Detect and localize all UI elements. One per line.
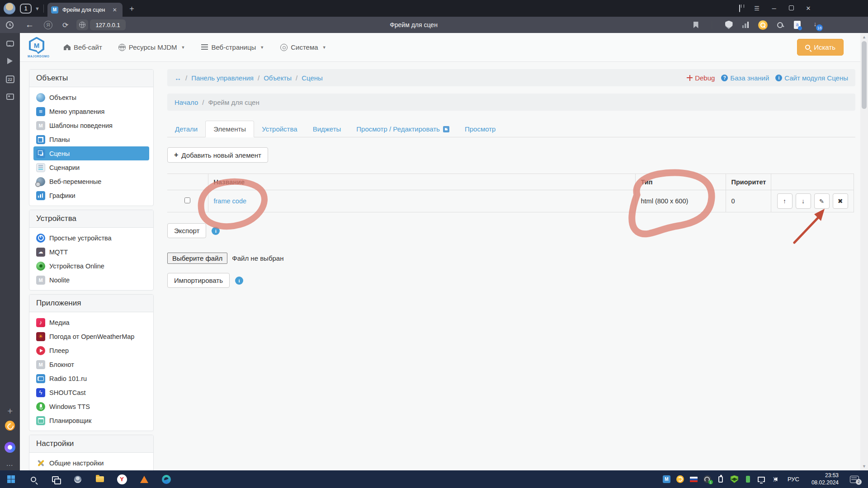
sidebar-item-simple-devices[interactable]: Простые устройства: [33, 231, 149, 245]
protect-shield-icon[interactable]: [725, 21, 733, 29]
sidebar-item-player[interactable]: Плеер: [33, 343, 149, 357]
sidebar-item-shoutcast[interactable]: ϟ SHOUTCast: [33, 385, 149, 399]
majordomo-tray-icon[interactable]: M: [663, 475, 670, 483]
language-indicator[interactable]: РУС: [785, 476, 802, 483]
network-icon[interactable]: [758, 477, 765, 482]
info-icon[interactable]: i: [235, 277, 243, 285]
yandex-music-icon[interactable]: [0, 421, 20, 431]
start-button[interactable]: [0, 470, 22, 488]
site-info-badge[interactable]: [76, 19, 88, 30]
ru-flag-icon[interactable]: [690, 477, 698, 482]
move-up-button[interactable]: ↑: [777, 193, 793, 209]
calendar-badge-icon[interactable]: 22: [0, 75, 20, 83]
sidebar-item-general-settings[interactable]: Общие настройки: [33, 456, 149, 470]
scrollbar-thumb[interactable]: [862, 41, 867, 109]
info-icon[interactable]: i: [212, 227, 220, 235]
reload-icon[interactable]: ⟳: [62, 21, 68, 29]
history-icon[interactable]: [6, 21, 14, 29]
translate-doc-icon[interactable]: a: [794, 21, 801, 29]
import-button[interactable]: Импортировать: [167, 273, 230, 288]
tab-close-icon[interactable]: ✕: [111, 6, 119, 14]
profile-avatar[interactable]: [4, 3, 15, 14]
browser-menu-icon[interactable]: ☰: [753, 5, 760, 12]
downloads-icon[interactable]: ↓18: [810, 20, 820, 29]
drweb-shield-icon[interactable]: [731, 475, 738, 483]
phone-tray-icon[interactable]: 1: [703, 475, 711, 483]
add-panel-icon[interactable]: ＋: [0, 405, 20, 417]
photos-icon[interactable]: [0, 94, 20, 100]
tab-widgets[interactable]: Виджеты: [305, 121, 349, 137]
address-bar[interactable]: 127.0.0.1: [90, 19, 125, 30]
minimize-button[interactable]: ─: [770, 5, 778, 12]
nav-system[interactable]: Система ▼: [280, 43, 326, 51]
edit-pencil-button[interactable]: ✎: [814, 193, 830, 209]
maximize-button[interactable]: [788, 5, 795, 12]
more-options-icon[interactable]: ⋯: [0, 461, 20, 469]
breadcrumb-control-panel[interactable]: Панель управления: [191, 74, 254, 82]
export-button[interactable]: Экспорт: [167, 223, 206, 238]
sidebar-item-openweathermap[interactable]: ☀ Погода от OpenWeatherMap: [33, 329, 149, 343]
nav-web-pages[interactable]: Веб-страницы ▼: [201, 43, 264, 51]
move-down-button[interactable]: ↓: [796, 193, 811, 209]
taskbar-clock[interactable]: 23:53 08.02.2024: [808, 472, 842, 486]
debug-link[interactable]: Debug: [687, 74, 715, 82]
breadcrumb-objects[interactable]: Объекты: [264, 74, 292, 82]
sidebar-item-behavior-templates[interactable]: M Шаблоны поведения: [33, 118, 149, 132]
element-name-link[interactable]: frame code: [214, 197, 247, 205]
chat-icon[interactable]: [0, 41, 20, 47]
row-checkbox[interactable]: [184, 197, 190, 203]
sidebar-item-media[interactable]: ♪ Медиа: [33, 315, 149, 329]
music-tray-icon[interactable]: [676, 475, 684, 483]
sidebar-item-noolite[interactable]: M Noolite: [33, 273, 149, 287]
task-view-button[interactable]: [44, 470, 66, 488]
alice-search-icon[interactable]: [758, 20, 768, 30]
choose-file-button[interactable]: Выберите файл: [167, 253, 227, 264]
volume-button[interactable]: )): [771, 475, 779, 483]
tab-devices[interactable]: Устройства: [254, 121, 305, 137]
scroll-up-icon[interactable]: ▲: [862, 33, 866, 41]
edge-button[interactable]: [155, 470, 177, 488]
sidebar-item-charts[interactable]: Графики: [33, 188, 149, 202]
nav-resources-mjdm[interactable]: Ресурсы MJDM ▼: [118, 43, 185, 51]
tab-view-edit[interactable]: Просмотр / Редактировать: [349, 121, 457, 137]
tab-elements[interactable]: Элементы: [205, 121, 254, 137]
bookmark-icon[interactable]: [693, 22, 698, 28]
alice-orb-icon[interactable]: [0, 442, 20, 453]
sidebar-item-plans[interactable]: Планы: [33, 132, 149, 146]
sidebar-item-web-variables[interactable]: Веб-переменные: [33, 174, 149, 188]
sidebar-item-notepad[interactable]: M Блокнот: [33, 357, 149, 371]
delete-button[interactable]: ✖: [833, 193, 848, 209]
breadcrumb-home[interactable]: Начало: [175, 99, 198, 106]
breadcrumb-scenes[interactable]: Сцены: [302, 74, 323, 82]
sidebar-item-radio-101[interactable]: Radio 101.ru: [33, 371, 149, 385]
extensions-key-icon[interactable]: [777, 21, 784, 28]
sidebar-item-scheduler[interactable]: Планировщик: [33, 413, 149, 427]
add-element-button[interactable]: + Добавить новый элемент: [167, 147, 268, 163]
scroll-down-icon[interactable]: ▼: [862, 462, 866, 470]
sidebar-item-devices-online[interactable]: Устройства Online: [33, 259, 149, 273]
nav-website[interactable]: Веб-сайт: [64, 43, 102, 51]
browser-tab[interactable]: M Фрейм для сцен ✕: [47, 3, 123, 17]
sidebar-item-control-menu[interactable]: ≡ Меню управления: [33, 104, 149, 118]
signal-bars-icon[interactable]: [742, 22, 749, 28]
yandex-home-icon[interactable]: Я: [44, 21, 52, 29]
video-play-icon[interactable]: [0, 58, 20, 64]
close-button[interactable]: ✕: [805, 5, 812, 12]
sidebar-item-scripts[interactable]: Сценарии: [33, 160, 149, 174]
bookmarks-panel-icon[interactable]: [736, 5, 743, 12]
module-site-link[interactable]: i Сайт модуля Сцены: [775, 74, 848, 82]
taskbar-people[interactable]: [66, 470, 89, 488]
usb-icon[interactable]: [718, 476, 723, 483]
yandex-browser-button[interactable]: Y: [111, 470, 133, 488]
tab-details[interactable]: Детали: [167, 121, 205, 137]
new-tab-button[interactable]: ＋: [128, 3, 136, 14]
knowledge-base-link[interactable]: ? База знаний: [721, 74, 769, 82]
majordomo-logo[interactable]: M MAJORDOMO: [28, 37, 46, 58]
expand-arrows-icon[interactable]: ↔: [175, 74, 181, 82]
file-explorer-button[interactable]: [89, 470, 111, 488]
search-button[interactable]: Искать: [797, 39, 844, 56]
taskbar-search[interactable]: [22, 470, 44, 488]
usb-stick-icon[interactable]: [746, 476, 750, 483]
sidebar-item-scenes[interactable]: Сцены: [33, 146, 149, 160]
notification-center-button[interactable]: 2: [850, 476, 859, 483]
